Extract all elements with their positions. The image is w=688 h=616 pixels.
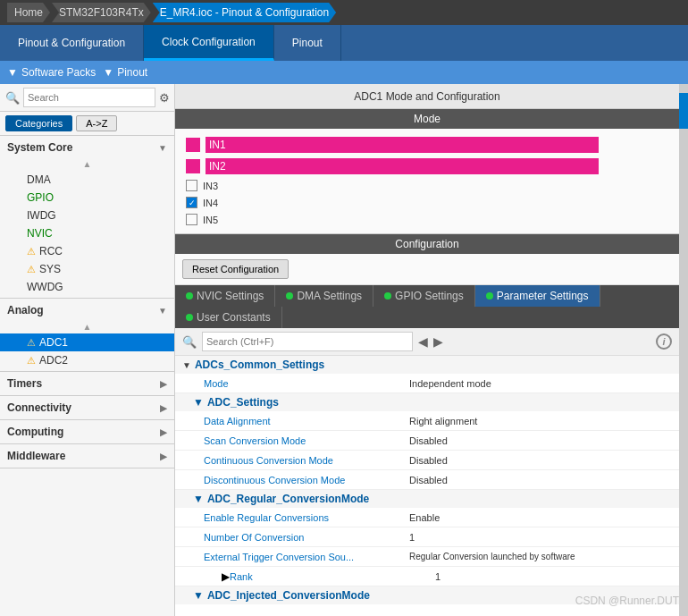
param-tree: ▼ ADCs_Common_Settings Mode Independent … [175,356,679,616]
prev-nav-icon[interactable]: ◀ [418,334,428,349]
sidebar: 🔍 ⚙ Categories A->Z System Core ▼ ▲ DMA … [0,84,175,616]
tab-clock[interactable]: Clock Configuration [144,25,274,61]
breadcrumb-device[interactable]: STM32F103R4Tx [52,3,151,22]
sidebar-item-nvic[interactable]: NVIC [0,224,174,242]
sidebar-search-bar: 🔍 ⚙ [0,84,174,112]
param-group-adcs-common[interactable]: ▼ ADCs_Common_Settings [175,356,679,374]
param-search-input[interactable] [202,332,413,351]
mode-item-in4: ✓ IN4 [186,194,668,211]
config-section-title: Configuration [175,234,679,254]
config-tab-parameter[interactable]: Parameter Settings [475,285,600,307]
sidebar-section-computing-header[interactable]: Computing ▶ [0,420,174,443]
mode-items: IN1 IN2 IN3 ✓ IN4 IN [175,129,679,234]
config-tabs: NVIC Settings DMA Settings GPIO Settings… [175,285,679,328]
nvic-dot-icon [186,292,193,300]
config-tab-user-constants[interactable]: User Constants [175,307,282,328]
param-row-continuous-conversion: Continuous Conversion Mode Disabled [175,451,679,470]
gear-icon[interactable]: ⚙ [159,91,170,105]
param-search-icon: 🔍 [182,335,197,349]
analog-items: ⚠ ADC1 ⚠ ADC2 [0,332,174,371]
sidebar-section-connectivity: Connectivity ▶ [0,396,174,420]
analog-scroll-up[interactable]: ▲ [0,322,174,332]
sidebar-item-sys[interactable]: ⚠ SYS [0,260,174,278]
param-group-adc-settings[interactable]: ▼ ADC_Settings [175,393,679,411]
chevron-down-icon-analog: ▼ [158,306,167,316]
sidebar-section-analog: Analog ▼ ▲ ⚠ ADC1 ⚠ ADC2 [0,299,174,372]
in2-bar[interactable]: IN2 [206,158,599,174]
scroll-thumb[interactable] [679,93,688,129]
vertical-scrollbar[interactable] [679,84,688,616]
sidebar-section-connectivity-header[interactable]: Connectivity ▶ [0,396,174,419]
search-icon: 🔍 [5,91,20,105]
mode-item-in3: IN3 [186,177,668,194]
scroll-up-indicator[interactable]: ▲ [0,159,174,169]
sidebar-item-adc2[interactable]: ⚠ ADC2 [0,351,174,369]
config-tab-nvic[interactable]: NVIC Settings [175,285,275,307]
info-icon[interactable]: i [656,333,672,350]
tab-pinout[interactable]: Pinout & Configuration [0,25,144,61]
chevron-down-icon: ▼ [158,143,167,153]
sidebar-item-gpio[interactable]: GPIO [0,189,174,207]
in3-checkbox[interactable] [186,180,197,191]
chevron-right-icon-connectivity: ▶ [160,403,167,413]
param-search-bar: 🔍 ◀ ▶ i [175,328,679,356]
rank-arrow-icon: ▶ [222,570,230,583]
sidebar-tab-buttons: Categories A->Z [0,112,174,136]
sidebar-item-iwdg[interactable]: IWDG [0,207,174,224]
sidebar-item-rcc[interactable]: ⚠ RCC [0,242,174,260]
next-nav-icon[interactable]: ▶ [433,334,443,349]
parameter-dot-icon [486,292,493,300]
mode-section-title: Mode [175,109,679,129]
sidebar-section-timers-header[interactable]: Timers ▶ [0,372,174,395]
in4-checkbox[interactable]: ✓ [186,197,197,208]
content-title: ADC1 Mode and Configuration [175,84,679,109]
config-tab-gpio[interactable]: GPIO Settings [373,285,475,307]
sub-tab-software-packs[interactable]: ▼ Software Packs [7,66,96,79]
config-tab-dma[interactable]: DMA Settings [275,285,373,307]
param-row-number-conversion: Number Of Conversion 1 [175,527,679,547]
tab-pinout2[interactable]: Pinout [274,25,341,61]
categories-tab-button[interactable]: Categories [5,115,72,131]
watermark: CSDN @Runner.DUT [575,595,679,607]
param-row-scan-conversion: Scan Conversion Mode Disabled [175,431,679,451]
main-tab-bar: Pinout & Configuration Clock Configurati… [0,25,688,61]
in5-checkbox[interactable] [186,214,197,225]
arrow-icon-adc-regular: ▼ [193,493,204,505]
system-core-items: DMA GPIO IWDG NVIC ⚠ RCC ⚠ SYS [0,169,174,298]
sidebar-section-analog-header[interactable]: Analog ▼ [0,299,174,322]
in1-bar[interactable]: IN1 [206,137,599,153]
param-row-mode: Mode Independent mode [175,374,679,393]
breadcrumb-home[interactable]: Home [7,3,50,22]
param-row-discontinuous-conversion: Discontinuous Conversion Mode Disabled [175,470,679,490]
reset-config-button[interactable]: Reset Configuration [182,259,289,279]
sidebar-item-dma[interactable]: DMA [0,171,174,189]
chevron-right-icon-timers: ▶ [160,379,167,389]
sidebar-item-adc1[interactable]: ⚠ ADC1 [0,333,174,351]
in2-indicator [186,159,200,173]
arrow-icon-adc-injected: ▼ [193,589,204,602]
mode-item-in1: IN1 [186,134,668,156]
content-area: ADC1 Mode and Configuration Mode IN1 IN2 [175,84,679,616]
sidebar-search-input[interactable] [23,88,155,107]
in1-indicator [186,138,200,152]
sidebar-section-system-core-header[interactable]: System Core ▼ [0,136,174,159]
arrow-icon-adc-settings: ▼ [193,396,204,409]
sidebar-item-wwdg[interactable]: WWDG [0,278,174,296]
chevron-right-icon-computing: ▶ [160,427,167,437]
dma-dot-icon [286,292,293,300]
main-layout: 🔍 ⚙ Categories A->Z System Core ▼ ▲ DMA … [0,84,688,616]
breadcrumb-file[interactable]: E_MR4.ioc - Pinout & Configuration [153,3,336,22]
warn-icon-adc2: ⚠ [27,355,36,367]
az-tab-button[interactable]: A->Z [76,115,117,131]
sub-tab-bar: ▼ Software Packs ▼ Pinout [0,61,688,84]
param-row-enable-regular: Enable Regular Conversions Enable [175,508,679,527]
sidebar-section-middleware: Middleware ▶ [0,444,174,468]
sub-tab-pinout[interactable]: ▼ Pinout [103,66,147,79]
sidebar-section-system-core: System Core ▼ ▲ DMA GPIO IWDG NVIC ⚠ [0,136,174,299]
param-group-adc-regular[interactable]: ▼ ADC_Regular_ConversionMode [175,490,679,508]
gpio-dot-icon [384,292,391,300]
arrow-icon-adcs-common: ▼ [182,360,191,370]
param-row-ext-trigger: External Trigger Conversion Sou... Regul… [175,547,679,567]
sidebar-section-timers: Timers ▶ [0,372,174,396]
sidebar-section-middleware-header[interactable]: Middleware ▶ [0,444,174,468]
